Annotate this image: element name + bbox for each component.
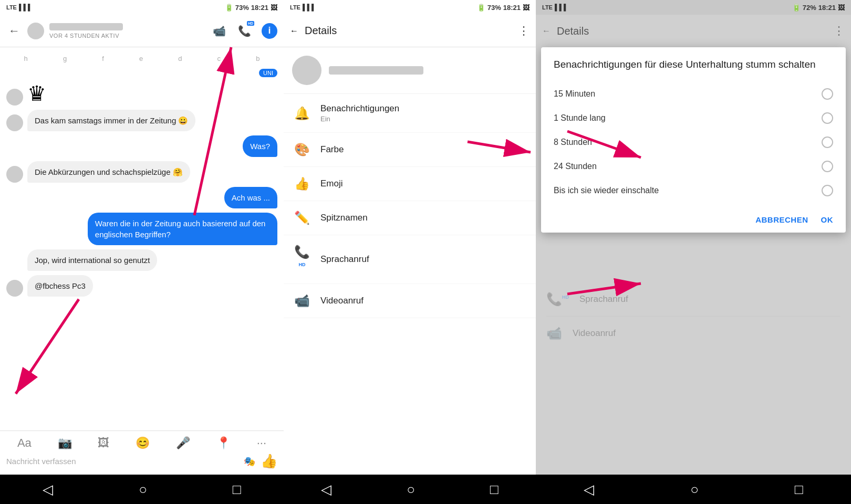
radio-until-enable[interactable] <box>822 185 833 196</box>
message-input[interactable]: Nachricht verfassen <box>6 457 238 466</box>
list-item: ♛ <box>6 81 277 106</box>
chess-icon: ♛ <box>27 81 46 106</box>
emoji-item[interactable]: 👍 Emoji <box>284 167 536 201</box>
recents-nav-1[interactable]: □ <box>222 477 252 502</box>
mute-dialog: Benachrichtigungen für diese Unterhaltun… <box>541 47 846 233</box>
emoji-button[interactable]: 😊 <box>136 436 150 450</box>
time-3: 18:21 <box>818 4 836 12</box>
message-bubble: Die Abkürzungen und schachspielzüge 🤗 <box>27 161 190 183</box>
option-8-hours[interactable]: 8 Stunden <box>554 130 833 154</box>
more-options-button[interactable]: ⋮ <box>518 24 530 38</box>
home-nav-1[interactable]: ○ <box>128 477 158 502</box>
more-options-button-3[interactable]: ⋮ <box>833 24 845 38</box>
user-info: VOR 4 STUNDEN AKTIV <box>49 23 206 39</box>
option-15-min[interactable]: 15 Minuten <box>554 82 833 106</box>
nav-bar-3: ◁ ○ □ <box>536 475 851 504</box>
like-send-button[interactable]: 👍 <box>261 453 277 469</box>
unread-badge: UNI <box>259 69 277 77</box>
phone-call-button[interactable]: 📞 HD <box>236 23 252 39</box>
home-nav-3[interactable]: ○ <box>680 477 709 502</box>
back-nav-2[interactable]: ◁ <box>310 477 342 502</box>
image-icon-2: 🖼 <box>523 4 530 12</box>
phone-hd-icon: 📞HD <box>294 245 310 274</box>
avatar <box>6 89 23 106</box>
status-bar-2: LTE ▌▌▌ 🔋 73% 18:21 🖼 <box>284 0 536 15</box>
dialog-details-header: ← Details ⋮ <box>536 15 851 47</box>
signal-icon-2: ▌▌▌ <box>303 4 316 11</box>
location-button[interactable]: 📍 <box>216 436 231 450</box>
header-icons: 📹 📞 HD i <box>211 23 277 39</box>
radio-15-min[interactable] <box>822 88 833 100</box>
recents-nav-2[interactable]: □ <box>480 477 509 502</box>
signal-icon-1: ▌▌▌ <box>19 4 33 11</box>
battery-level-3: 72% <box>803 4 816 12</box>
radio-8-hours[interactable] <box>822 136 833 148</box>
profile-avatar <box>292 56 321 85</box>
ok-button[interactable]: OK <box>821 215 834 224</box>
radio-24-hours[interactable] <box>822 161 833 172</box>
messages-area: h g f e d c b UNI ♛ Das kam samstags imm… <box>0 47 284 430</box>
video-call-button[interactable]: 📹 <box>211 23 227 39</box>
cancel-button[interactable]: ABBRECHEN <box>755 215 808 224</box>
color-item[interactable]: 🎨 Farbe <box>284 133 536 167</box>
dialog-title: Benachrichtigungen für diese Unterhaltun… <box>554 58 833 71</box>
pencil-icon: ✏️ <box>294 211 310 225</box>
user-status: VOR 4 STUNDEN AKTIV <box>49 33 206 39</box>
chat-avatar <box>27 23 44 39</box>
lte-indicator-2: LTE <box>290 4 300 10</box>
message-bubble: Was? <box>243 135 277 157</box>
battery-icon-3: 🔋 <box>792 4 801 12</box>
option-24-hours[interactable]: 24 Stunden <box>554 154 833 178</box>
option-until-enable-label: Bis ich sie wieder einschalte <box>554 186 659 195</box>
input-placeholder: Nachricht verfassen <box>6 457 76 466</box>
hd-badge-phone: HD <box>247 21 254 26</box>
video-call-label: Videoanruf <box>320 296 364 306</box>
back-button-1[interactable]: ← <box>6 22 22 40</box>
nickname-item[interactable]: ✏️ Spitznamen <box>284 201 536 235</box>
notifications-label: Benachrichtigungen <box>320 103 399 114</box>
notifications-sublabel: Ein <box>320 115 399 123</box>
option-until-enable[interactable]: Bis ich sie wieder einschalte <box>554 178 833 203</box>
option-8-hours-label: 8 Stunden <box>554 138 592 147</box>
message-bubble-ach-was: Ach was ... <box>224 187 277 208</box>
message-bubble: Waren die in der Zeitung auch basierend … <box>88 213 277 245</box>
back-button-2[interactable]: ← <box>290 26 298 36</box>
audio-button[interactable]: 🎤 <box>176 436 190 450</box>
color-label: Farbe <box>320 144 344 155</box>
chat-bottom-bar: Aa 📷 🖼 😊 🎤 📍 ··· Nachricht verfassen 🎭 👍 <box>0 430 284 475</box>
blurred-list: 📞HD Sprachanruf 📹 Videoanruf <box>536 282 851 350</box>
recents-nav-3[interactable]: □ <box>784 477 814 502</box>
emoji-label: Emoji <box>320 178 343 189</box>
video-call-item[interactable]: 📹 Videoanruf <box>284 284 536 318</box>
details-list: 🔔 Benachrichtigungen Ein 🎨 Farbe 👍 Emoji… <box>284 94 536 318</box>
option-24-hours-label: 24 Stunden <box>554 162 597 171</box>
radio-1-hour[interactable] <box>822 112 833 124</box>
back-button-3[interactable]: ← <box>542 26 551 36</box>
text-format-button[interactable]: Aa <box>17 436 32 450</box>
list-item: Was? <box>6 135 277 157</box>
avatar <box>6 166 23 183</box>
list-item: Ach was ... <box>6 187 277 208</box>
list-item: Das kam samstags immer in der Zeitung 😀 <box>6 110 277 131</box>
notifications-item[interactable]: 🔔 Benachrichtigungen Ein <box>284 94 536 133</box>
lte-indicator-1: LTE <box>6 4 17 10</box>
info-button[interactable]: i <box>262 23 277 39</box>
video-icon: 📹 <box>294 293 310 308</box>
image-button[interactable]: 🖼 <box>98 436 109 450</box>
option-1-hour[interactable]: 1 Stunde lang <box>554 106 833 130</box>
voice-call-item[interactable]: 📞HD Sprachanruf <box>284 235 536 284</box>
camera-button[interactable]: 📷 <box>58 436 72 450</box>
emoji-reactions-icon[interactable]: 🎭 <box>244 456 255 467</box>
battery-level-1: 73% <box>235 4 249 12</box>
blurred-video-label: Videoanruf <box>573 328 616 339</box>
battery-icon-2: 🔋 <box>477 4 485 12</box>
list-item: Jop, wird international so genutzt <box>6 249 277 271</box>
nav-bar-2: ◁ ○ □ <box>284 475 536 504</box>
message-bubble: @fbchess Pc3 <box>27 275 93 297</box>
more-button[interactable]: ··· <box>257 436 266 450</box>
back-nav-1[interactable]: ◁ <box>32 477 64 502</box>
home-nav-2[interactable]: ○ <box>396 477 426 502</box>
chat-toolbar: Aa 📷 🖼 😊 🎤 📍 ··· <box>0 431 284 453</box>
back-nav-3[interactable]: ◁ <box>573 477 605 502</box>
list-item: Waren die in der Zeitung auch basierend … <box>6 213 277 245</box>
